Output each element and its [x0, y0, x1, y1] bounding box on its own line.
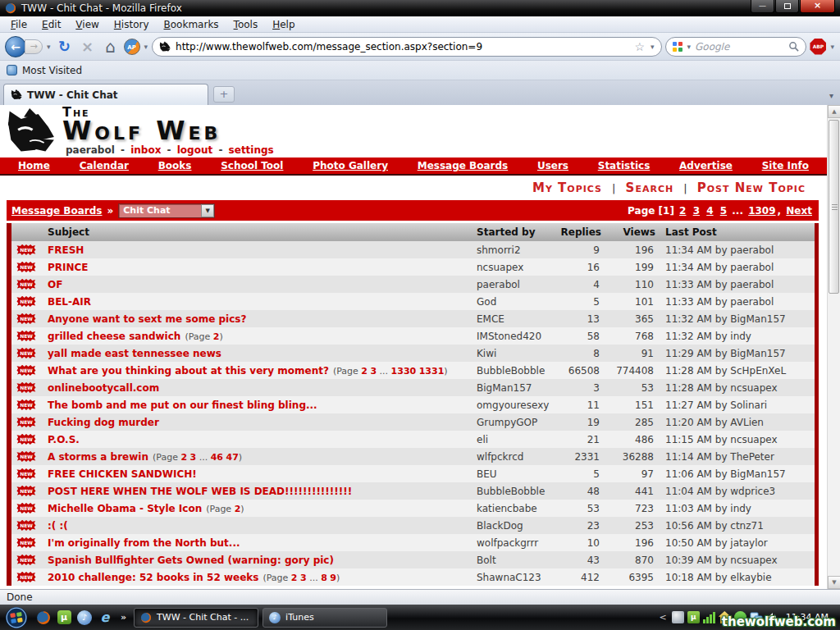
- taskbar-window-itunes[interactable]: ♪ iTunes: [262, 608, 387, 628]
- menu-history[interactable]: History: [107, 19, 157, 30]
- maximize-button[interactable]: [775, 0, 799, 13]
- url-bar[interactable]: http://www.thewolfweb.com/message_sectio…: [152, 37, 662, 57]
- tab-tww-chit-chat[interactable]: TWW - Chit Chat: [3, 84, 208, 105]
- tray-collapse-icon[interactable]: <: [660, 612, 669, 623]
- thread-subject-link[interactable]: OF: [48, 279, 62, 290]
- quicklaunch-overflow-icon[interactable]: »: [117, 612, 130, 623]
- nav-school-tool[interactable]: School Tool: [221, 160, 283, 171]
- thread-page-links[interactable]: [80, 435, 84, 445]
- start-button[interactable]: [5, 606, 28, 629]
- thread-page-links[interactable]: [197, 469, 201, 480]
- nav-site-info[interactable]: Site Info: [762, 160, 809, 171]
- thread-page-links[interactable]: (Page 2): [180, 331, 222, 342]
- taskbar-window-firefox[interactable]: TWW - Chit Chat - ...: [134, 608, 258, 628]
- thread-subject-link[interactable]: A storms a brewin: [48, 451, 148, 463]
- nav-home[interactable]: Home: [18, 160, 50, 171]
- thread-page-links[interactable]: (Page 2): [202, 504, 244, 514]
- thread-page-links[interactable]: [159, 418, 163, 428]
- thread-page-links[interactable]: [62, 280, 66, 290]
- forward-button[interactable]: →: [25, 39, 43, 54]
- toolbar-overflow-icon[interactable]: ▾: [829, 43, 835, 51]
- inbox-link[interactable]: inbox: [130, 144, 161, 156]
- thread-page-links[interactable]: (Page 2 3 ... 46 47): [148, 452, 242, 463]
- internet-explorer-quicklaunch-icon[interactable]: e: [97, 609, 113, 626]
- menu-view[interactable]: View: [68, 19, 106, 30]
- itunes-quicklaunch-icon[interactable]: ♪: [76, 609, 93, 626]
- nav-users[interactable]: Users: [537, 160, 568, 171]
- thread-subject-link[interactable]: Spanish Bullfighter Gets Owned (warning:…: [48, 555, 334, 566]
- thread-subject-link[interactable]: Fucking dog murder: [48, 417, 159, 428]
- scroll-down-icon[interactable]: ▼: [828, 576, 840, 589]
- menu-bookmarks[interactable]: Bookmarks: [157, 19, 226, 30]
- thread-subject-link[interactable]: The bomb and me put on our finest bling …: [48, 399, 317, 411]
- my-topics-link[interactable]: My Topics: [532, 180, 602, 195]
- minimize-button[interactable]: —: [751, 0, 774, 13]
- thread-page-links[interactable]: [84, 245, 88, 256]
- thread-subject-link[interactable]: FRESH: [48, 244, 84, 256]
- firefox-quicklaunch-icon[interactable]: [35, 609, 52, 626]
- post-new-topic-link[interactable]: Post New Topic: [697, 180, 806, 195]
- nav-calendar[interactable]: Calendar: [80, 160, 129, 171]
- thread-page-links[interactable]: (Page 2 3 ... 8 9): [258, 573, 340, 583]
- select-dropdown-arrow-icon[interactable]: ▼: [201, 204, 214, 217]
- ap-extension-icon[interactable]: AP: [124, 39, 140, 55]
- url-text[interactable]: http://www.thewolfweb.com/message_sectio…: [176, 41, 629, 52]
- thread-subject-link[interactable]: FREE CHICKEN SANDWICH!: [48, 468, 197, 480]
- menu-file[interactable]: File: [3, 19, 34, 30]
- settings-link[interactable]: settings: [229, 144, 274, 156]
- search-bar[interactable]: ▾ Google: [665, 37, 806, 57]
- nav-message-boards[interactable]: Message Boards: [418, 160, 509, 171]
- url-dropdown-icon[interactable]: ▾: [650, 43, 655, 51]
- thread-page-links[interactable]: [221, 349, 226, 359]
- adblock-plus-icon[interactable]: ABP: [810, 39, 826, 55]
- thread-page-links[interactable]: [352, 486, 356, 497]
- close-button[interactable]: ×: [800, 0, 835, 13]
- thread-subject-link[interactable]: 2010 challenge: 52 books in 52 weeks: [48, 572, 258, 583]
- back-button[interactable]: ←: [5, 36, 26, 57]
- history-dropdown-icon[interactable]: ▾: [46, 43, 52, 51]
- utorrent-quicklaunch-icon[interactable]: µ: [56, 609, 72, 626]
- scroll-up-icon[interactable]: ▲: [828, 105, 840, 118]
- ap-dropdown-icon[interactable]: ▾: [144, 43, 149, 51]
- thread-subject-link[interactable]: grilled cheese sandwich: [48, 331, 180, 342]
- signal-tray-icon[interactable]: [703, 611, 715, 623]
- nav-advertise[interactable]: Advertise: [679, 160, 733, 171]
- thread-page-links[interactable]: [159, 383, 163, 394]
- menu-tools[interactable]: Tools: [226, 19, 266, 30]
- thread-subject-link[interactable]: Michelle Obama - Style Icon: [48, 503, 202, 514]
- thread-subject-link[interactable]: POST HERE WHEN THE WOLF WEB IS DEAD!!!!!…: [48, 486, 352, 497]
- thread-subject-link[interactable]: onlinebootycall.com: [48, 382, 159, 394]
- thread-page-links[interactable]: [334, 555, 338, 566]
- menu-edit[interactable]: Edit: [34, 19, 68, 30]
- thread-page-links[interactable]: [317, 400, 322, 411]
- search-icon[interactable]: [788, 41, 799, 52]
- logout-link[interactable]: logout: [177, 144, 212, 156]
- scrollbar-thumb[interactable]: [829, 120, 839, 294]
- breadcrumb-message-boards[interactable]: Message Boards: [11, 205, 103, 217]
- new-tab-button[interactable]: +: [213, 86, 235, 103]
- nav-books[interactable]: Books: [158, 160, 192, 171]
- list-all-tabs-icon[interactable]: ▾: [829, 91, 833, 100]
- nav-photo-gallery[interactable]: Photo Gallery: [313, 160, 388, 171]
- thread-page-links[interactable]: (Page 2 3 ... 1330 1331): [329, 366, 448, 377]
- thread-subject-link[interactable]: What are you thinking about at this very…: [48, 365, 329, 377]
- thread-page-links[interactable]: [91, 297, 95, 308]
- bookmark-star-icon[interactable]: ☆: [634, 40, 645, 53]
- page-link-last[interactable]: 1309: [746, 205, 777, 217]
- thread-page-links[interactable]: [240, 538, 244, 549]
- tray-icon-silver[interactable]: [672, 611, 684, 623]
- page-next-link[interactable]: Next: [784, 205, 814, 217]
- thread-subject-link[interactable]: :( :(: [48, 520, 68, 532]
- content-scrollbar[interactable]: ▲ ▼: [827, 105, 840, 589]
- page-link-2[interactable]: 2: [678, 205, 687, 217]
- reload-button[interactable]: ↻: [55, 38, 75, 55]
- thread-page-links[interactable]: [68, 521, 72, 532]
- page-link-4[interactable]: 4: [705, 205, 714, 217]
- stop-button[interactable]: ×: [78, 38, 98, 55]
- search-input[interactable]: Google: [695, 41, 785, 52]
- page-link-3[interactable]: 3: [692, 205, 701, 217]
- search-engine-dropdown-icon[interactable]: ▾: [686, 43, 692, 51]
- search-link[interactable]: Search: [626, 180, 674, 195]
- thread-page-links[interactable]: [246, 314, 250, 325]
- thread-page-links[interactable]: [89, 262, 93, 273]
